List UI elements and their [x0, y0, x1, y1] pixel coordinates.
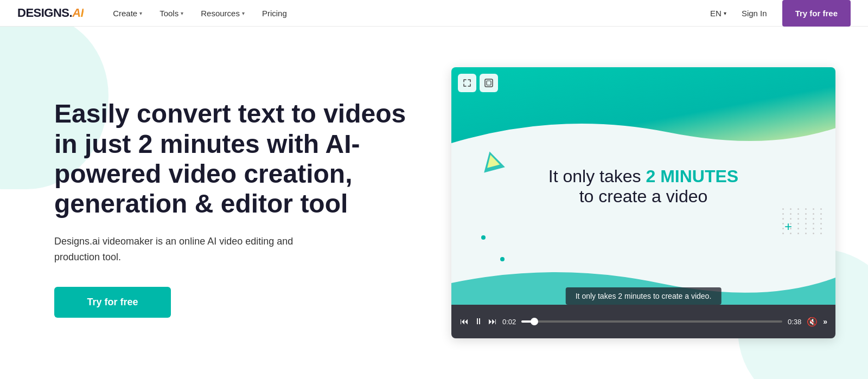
svg-rect-0 [485, 79, 493, 87]
video-text-minutes-highlight: 2 MINUTES [646, 166, 738, 186]
logo-ai: AI [72, 6, 84, 20]
layout-icon [484, 79, 493, 87]
rewind-forward-icon[interactable]: ⏭ [488, 317, 497, 326]
nav-pricing[interactable]: Pricing [254, 4, 295, 22]
time-current: 0:02 [502, 318, 516, 326]
logo-brand: DESIGNS. [17, 6, 72, 20]
fast-forward-icon[interactable]: » [823, 317, 827, 326]
video-text-line2: to create a video [548, 187, 738, 207]
video-toolbar [458, 74, 498, 92]
volume-icon[interactable]: 🔇 [807, 317, 818, 327]
logo[interactable]: DESIGNS.AI [17, 6, 84, 20]
chevron-down-icon: ▾ [139, 10, 142, 16]
try-for-free-nav-button[interactable]: Try for free [782, 0, 851, 27]
try-free-main-label: Try for free [87, 297, 138, 307]
video-subtitle: It only takes 2 minutes to create a vide… [566, 287, 722, 305]
video-controls-bar: ⏮ ⏸ ⏭ 0:02 0:38 🔇 » [451, 305, 835, 338]
nav-tools[interactable]: Tools ▾ [152, 4, 191, 22]
rewind-back-icon[interactable]: ⏮ [460, 317, 469, 326]
chevron-down-icon: ▾ [242, 10, 245, 16]
video-text-line1: It only takes 2 MINUTES [548, 166, 738, 187]
hero-heading: Easily convert text to videos in just 2 … [54, 99, 419, 219]
sign-in-label: Sign In [742, 9, 767, 18]
hero-left-panel: Easily convert text to videos in just 2 … [0, 27, 451, 379]
chevron-down-icon: ▾ [181, 10, 183, 16]
video-text-content: It only takes 2 MINUTES to create a vide… [451, 67, 835, 306]
nav-resources[interactable]: Resources ▾ [193, 4, 252, 22]
progress-bar[interactable] [521, 320, 782, 323]
hero-description: Designs.ai videomaker is an online AI vi… [54, 234, 315, 265]
chevron-down-icon: ▾ [724, 10, 726, 16]
nav-create-label: Create [113, 9, 137, 18]
time-total: 0:38 [788, 318, 801, 326]
try-free-nav-label: Try for free [795, 9, 838, 18]
language-selector[interactable]: EN ▾ [710, 9, 726, 18]
main-content: Easily convert text to videos in just 2 … [0, 27, 868, 379]
nav-right: EN ▾ Sign In Try for free [710, 0, 851, 27]
navbar: DESIGNS.AI Create ▾ Tools ▾ Resources ▾ … [0, 0, 868, 27]
video-text-before-highlight: It only takes [548, 166, 646, 186]
nav-resources-label: Resources [201, 9, 240, 18]
sign-in-button[interactable]: Sign In [735, 4, 774, 22]
nav-pricing-label: Pricing [262, 9, 287, 18]
nav-items: Create ▾ Tools ▾ Resources ▾ Pricing [105, 4, 710, 22]
nav-tools-label: Tools [159, 9, 178, 18]
lang-label: EN [710, 9, 722, 18]
nav-create[interactable]: Create ▾ [105, 4, 150, 22]
hero-right-panel: + It only takes 2 MINUTES to create a vi… [451, 27, 868, 379]
progress-handle[interactable] [531, 318, 538, 325]
layout-icon-button[interactable] [480, 74, 498, 92]
svg-rect-1 [487, 81, 491, 85]
logo-text: DESIGNS.AI [17, 6, 84, 20]
play-pause-icon[interactable]: ⏸ [474, 317, 483, 326]
video-text-block: It only takes 2 MINUTES to create a vide… [548, 166, 738, 207]
try-for-free-main-button[interactable]: Try for free [54, 287, 171, 318]
expand-icon-button[interactable] [458, 74, 476, 92]
video-player-container: + It only takes 2 MINUTES to create a vi… [451, 67, 835, 338]
expand-icon [463, 79, 471, 87]
